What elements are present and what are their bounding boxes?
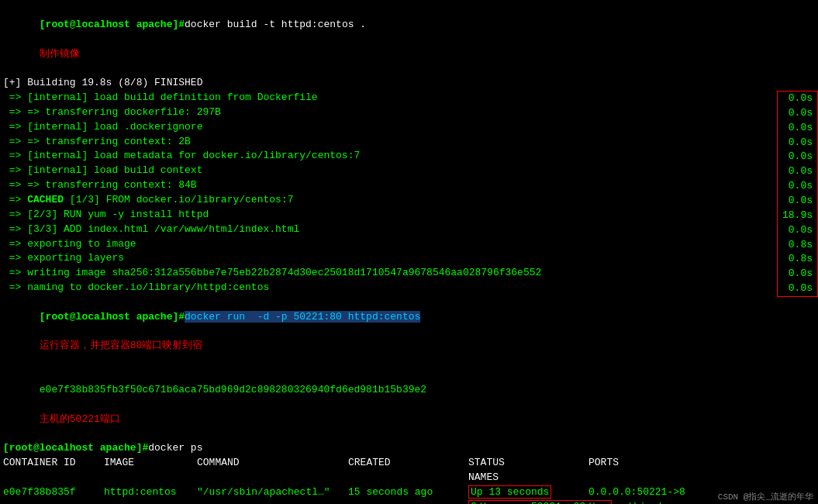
annotation-2-line1: 运行容器，并把容器80端口映射到宿 bbox=[40, 340, 203, 351]
cmd-line-3: [root@localhost apache]#docker ps bbox=[0, 441, 818, 456]
build-step-time-11: 0.8s bbox=[778, 252, 817, 267]
cmd-line-1: [root@localhost apache]#docker build -t … bbox=[0, 3, 818, 76]
cmd-3: docker ps bbox=[148, 441, 202, 456]
build-step-2: => [internal] load .dockerignore bbox=[0, 120, 818, 135]
build-step-4: => [internal] load metadata for docker.i… bbox=[0, 149, 818, 164]
ps-header-names: NAMES bbox=[0, 471, 818, 485]
ps-r1-ports2: 0/tcp, :::50221->80/tcp bbox=[468, 500, 612, 504]
build-status: [+] Building 19.8s (8/8) FINISHED bbox=[0, 76, 818, 91]
ps-row-1-line2: 0/tcp, :::50221->80/tcp thirsty_moser bbox=[0, 500, 818, 504]
build-step-time-13: 0.0s bbox=[778, 281, 817, 296]
build-step-time-7: 0.0s bbox=[778, 194, 817, 209]
prompt-3: [root@localhost apache]# bbox=[3, 441, 148, 456]
prompt-1: [root@localhost apache]# bbox=[40, 19, 185, 30]
container-hash-line: e0e7f38b835fb3f50c671b6aca75bd969d2c8982… bbox=[0, 368, 818, 441]
col-header-image: IMAGE bbox=[104, 456, 197, 471]
cmd-1: docker build -t httpd:centos . bbox=[185, 19, 366, 30]
build-step-10: => exporting to image bbox=[0, 237, 818, 252]
prompt-2: [root@localhost apache]# bbox=[40, 311, 185, 323]
ports-highlight-box: 0/tcp, :::50221->80/tcp bbox=[468, 500, 612, 504]
build-step-time-5: 0.0s bbox=[778, 164, 817, 179]
annotation-1: 制作镜像 bbox=[40, 48, 80, 60]
build-step-time-2: 0.0s bbox=[778, 121, 817, 136]
build-step-6: => => transferring context: 84B bbox=[0, 178, 818, 193]
annotation-2-line2: 主机的50221端口 bbox=[40, 413, 120, 425]
col-header-status: STATUS bbox=[468, 456, 588, 471]
build-step-8: => [2/3] RUN yum -y install httpd bbox=[0, 208, 818, 223]
build-step-12: => writing image sha256:312a556bbe7e75eb… bbox=[0, 266, 818, 281]
build-steps: => [internal] load build definition from… bbox=[0, 91, 818, 295]
status-highlight-box: Up 13 seconds bbox=[468, 485, 551, 499]
ps-r1-image: httpd:centos bbox=[104, 485, 197, 500]
ps-header: CONTAINER ID IMAGE COMMAND CREATED STATU… bbox=[0, 456, 818, 471]
container-hash: e0e7f38b835fb3f50c671b6aca75bd969d2c8982… bbox=[40, 384, 426, 395]
col-header-ports: PORTS bbox=[588, 456, 619, 471]
time-box: 0.0s0.0s0.0s0.0s0.0s0.0s0.0s0.0s18.9s0.0… bbox=[777, 91, 818, 297]
build-step-time-6: 0.0s bbox=[778, 179, 817, 194]
ps-r1-cmd: "/usr/sbin/apachectl…" bbox=[197, 485, 348, 500]
col-header-cid: CONTAINER ID bbox=[3, 456, 104, 471]
build-step-13: => naming to docker.io/library/httpd:cen… bbox=[0, 281, 818, 295]
build-step-11: => exporting layers bbox=[0, 251, 818, 266]
build-step-9: => [3/3] ADD index.html /var/www/html/in… bbox=[0, 223, 818, 237]
ps-r1-cid: e0e7f38b835f bbox=[3, 485, 104, 500]
ps-r1-created: 15 seconds ago bbox=[348, 485, 468, 500]
build-step-time-0: 0.0s bbox=[778, 91, 817, 106]
cmd-line-2: [root@localhost apache]#docker run -d -p… bbox=[0, 295, 818, 368]
build-step-5: => [internal] load build context bbox=[0, 164, 818, 178]
terminal: [root@localhost apache]#docker build -t … bbox=[0, 0, 818, 504]
ps-r1-ports1: 0.0.0.0:50221->8 bbox=[588, 485, 685, 500]
build-step-time-10: 0.8s bbox=[778, 238, 817, 253]
ps-r1-names: thirsty_moser bbox=[627, 500, 706, 504]
cmd-2: docker run -d -p 50221:80 httpd:centos bbox=[185, 311, 420, 323]
build-step-time-9: 0.0s bbox=[778, 223, 817, 238]
build-step-1: => => transferring dockerfile: 297B bbox=[0, 105, 818, 120]
build-step-time-4: 0.0s bbox=[778, 150, 817, 164]
col-header-created: CREATED bbox=[348, 456, 468, 471]
build-step-time-12: 0.0s bbox=[778, 267, 817, 281]
ps-r1-status: Up 13 seconds bbox=[468, 485, 588, 500]
build-step-time-3: 0.0s bbox=[778, 136, 817, 150]
build-step-time-8: 18.9s bbox=[778, 209, 817, 223]
build-step-3: => => transferring context: 2B bbox=[0, 135, 818, 150]
csdn-watermark: CSDN @指尖_流逝的年华 bbox=[718, 491, 813, 502]
build-step-time-1: 0.0s bbox=[778, 106, 817, 121]
col-header-names: NAMES bbox=[468, 471, 499, 485]
build-step-7: => CACHED [1/3] FROM docker.io/library/c… bbox=[0, 193, 818, 208]
col-header-command: COMMAND bbox=[197, 456, 348, 471]
build-step-0: => [internal] load build definition from… bbox=[0, 91, 818, 105]
ps-row-1-line1: e0e7f38b835f httpd:centos "/usr/sbin/apa… bbox=[0, 485, 818, 500]
